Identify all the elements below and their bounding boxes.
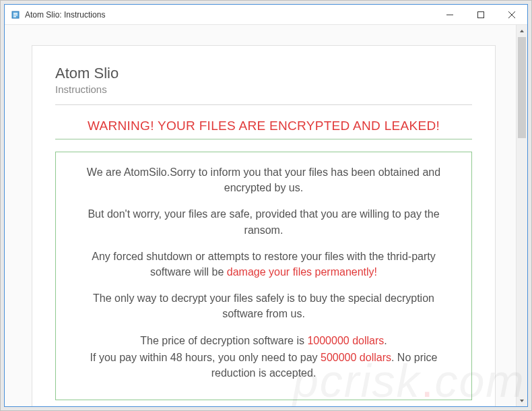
page-title: Atom Slio (55, 65, 472, 82)
content-scroll: Atom Slio Instructions WARNING! YOUR FIL… (5, 25, 516, 406)
divider (55, 104, 472, 105)
page-subtitle: Instructions (55, 84, 472, 95)
message-box: We are AtomSilo.Sorry to inform you that… (55, 152, 472, 400)
svg-marker-8 (520, 30, 524, 32)
close-button[interactable] (496, 5, 527, 24)
window-title: Atom Slio: Instructions (25, 10, 434, 20)
minimize-button[interactable] (434, 5, 465, 24)
paragraph: The price of decryption software is 1000… (72, 333, 455, 348)
app-icon (10, 9, 21, 20)
document-paper: Atom Slio Instructions WARNING! YOUR FIL… (32, 45, 496, 406)
price-text: 1000000 dollars (307, 335, 384, 346)
scroll-down-icon[interactable] (517, 395, 527, 406)
paragraph: Any forced shutdown or attempts to resto… (72, 249, 455, 280)
scrollbar[interactable] (516, 25, 527, 406)
text: . (384, 335, 387, 346)
divider-green (55, 139, 472, 139)
svg-rect-5 (478, 11, 484, 18)
warning-heading: WARNING! YOUR FILES ARE ENCRYPTED AND LE… (55, 119, 472, 133)
svg-rect-2 (13, 14, 18, 15)
svg-marker-9 (520, 400, 524, 402)
window-controls (434, 5, 527, 24)
paragraph: If you pay within 48 hours, you only nee… (72, 350, 455, 381)
svg-rect-3 (13, 16, 16, 18)
scrollbar-thumb[interactable] (518, 37, 526, 138)
svg-rect-1 (13, 13, 18, 14)
paragraph: But don't worry, your files are safe, pr… (72, 206, 455, 237)
maximize-button[interactable] (465, 5, 496, 24)
paragraph: The only way to decrypt your files safel… (72, 290, 455, 321)
titlebar: Atom Slio: Instructions (5, 5, 527, 25)
app-window: Atom Slio: Instructions Atom Slio Instru… (4, 4, 528, 407)
text: If you pay within 48 hours, you only nee… (90, 352, 321, 363)
price-text: 500000 dollars (321, 352, 391, 363)
content-area: Atom Slio Instructions WARNING! YOUR FIL… (5, 25, 527, 406)
scroll-up-icon[interactable] (517, 25, 527, 36)
paragraph: We are AtomSilo.Sorry to inform you that… (72, 164, 455, 195)
warning-text: damage your files permanently! (227, 266, 377, 278)
text: The price of decryption software is (140, 335, 307, 346)
